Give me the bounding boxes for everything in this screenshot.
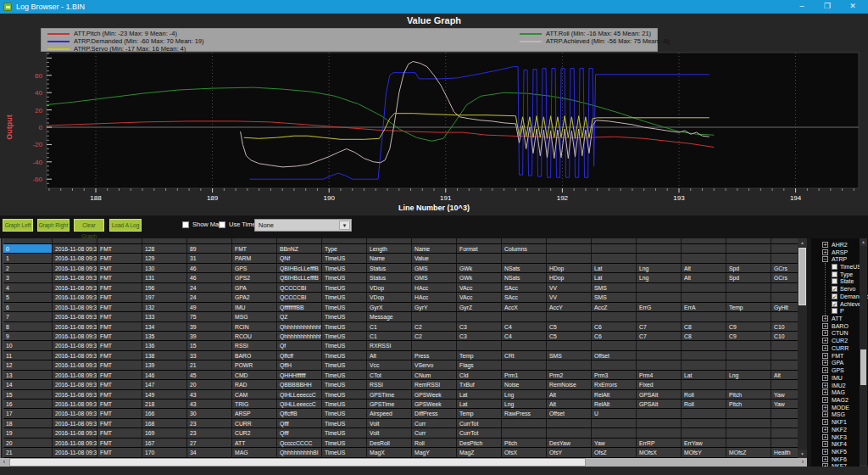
table-cell[interactable]: TimeUS xyxy=(322,360,367,370)
table-cell[interactable]: Type xyxy=(322,244,367,254)
table-cell[interactable]: U xyxy=(592,409,637,418)
table-cell[interactable]: TimeUS xyxy=(322,332,367,341)
table-cell[interactable]: ErrYaw xyxy=(682,439,726,448)
minimize-button[interactable]: – xyxy=(790,0,814,14)
scroll-right-icon[interactable]: › xyxy=(798,458,807,467)
table-cell[interactable]: Alt xyxy=(367,351,412,360)
table-cell[interactable]: FMT xyxy=(97,264,142,273)
table-cell[interactable]: FMT xyxy=(97,283,142,293)
table-cell[interactable]: 34 xyxy=(187,448,232,457)
table-cell[interactable] xyxy=(277,238,322,244)
table-cell[interactable]: FMT xyxy=(97,332,142,341)
table-cell[interactable] xyxy=(547,254,592,263)
table-cell[interactable] xyxy=(637,341,682,350)
table-cell[interactable]: 75 xyxy=(187,312,232,321)
table-cell[interactable]: 21 xyxy=(3,448,53,457)
table-cell[interactable]: POWR xyxy=(232,360,277,370)
table-cell[interactable]: TimeUS xyxy=(322,448,367,457)
table-cell[interactable]: Curr xyxy=(412,419,457,428)
table-cell[interactable]: RawPress xyxy=(502,409,547,418)
table-cell[interactable]: 17 xyxy=(3,409,53,418)
table-cell[interactable]: C8 xyxy=(682,332,726,341)
table-cell[interactable]: 2016-11-08 09:3... xyxy=(53,264,97,273)
table-cell[interactable] xyxy=(771,351,798,360)
table-cell[interactable]: 168 xyxy=(142,419,187,428)
table-cell[interactable]: Prm1 xyxy=(502,371,547,380)
table-cell[interactable] xyxy=(682,360,726,370)
table-cell[interactable]: CTot xyxy=(367,371,412,380)
chevron-down-icon[interactable]: ▼ xyxy=(339,221,350,230)
table-cell[interactable]: CId xyxy=(457,371,502,380)
table-cell[interactable]: 39 xyxy=(187,332,232,341)
table-cell[interactable]: TimeUS xyxy=(322,283,367,293)
table-cell[interactable] xyxy=(3,238,53,244)
table-cell[interactable]: Message xyxy=(367,312,412,321)
table-cell[interactable]: C4 xyxy=(502,332,547,341)
table-cell[interactable]: Qffcff xyxy=(277,351,322,360)
table-cell[interactable]: AccY xyxy=(547,303,592,312)
table-cell[interactable]: Roll xyxy=(682,400,726,409)
table-cell[interactable]: RCIN xyxy=(232,322,277,332)
expand-icon[interactable]: + xyxy=(822,242,828,248)
expand-icon[interactable]: + xyxy=(822,383,828,388)
table-cell[interactable]: QCCCCBI xyxy=(277,293,322,302)
table-cell[interactable] xyxy=(726,283,771,293)
table-cell[interactable] xyxy=(771,380,798,389)
table-cell[interactable]: DesRoll xyxy=(367,439,412,448)
table-cell[interactable]: SMS xyxy=(592,283,637,293)
table-cell[interactable]: 136 xyxy=(142,341,187,350)
table-cell[interactable]: Lng xyxy=(502,400,547,409)
table-cell[interactable] xyxy=(771,283,798,293)
table-cell[interactable]: 139 xyxy=(142,360,187,370)
table-cell[interactable] xyxy=(726,341,771,350)
table-cell[interactable]: 149 xyxy=(142,390,187,400)
table-cell[interactable]: 2016-11-08 09:3... xyxy=(53,332,97,341)
table-cell[interactable]: 24 xyxy=(187,283,232,293)
table-cell[interactable]: Vcc xyxy=(367,360,412,370)
table-cell[interactable]: RXRSSI xyxy=(367,341,412,350)
table-cell[interactable]: Format xyxy=(457,244,502,254)
table-vscroll-thumb[interactable] xyxy=(798,248,806,305)
table-cell[interactable]: C4 xyxy=(502,322,547,332)
table-cell[interactable]: TimeUS xyxy=(322,400,367,409)
table-cell[interactable]: GyrX xyxy=(367,303,412,312)
table-cell[interactable]: DiffPress xyxy=(412,409,457,418)
clear-graph-button[interactable]: Clear Graph xyxy=(74,219,104,232)
table-cell[interactable]: RSSI xyxy=(232,341,277,350)
table-cell[interactable]: FMT xyxy=(97,439,142,448)
table-cell[interactable]: FMT xyxy=(97,293,142,302)
table-cell[interactable]: 169 xyxy=(142,428,187,438)
table-cell[interactable]: 132 xyxy=(142,303,187,312)
table-cell[interactable] xyxy=(682,409,726,418)
table-cell[interactable]: 14 xyxy=(3,380,53,389)
table-cell[interactable]: TimeUS xyxy=(322,371,367,380)
table-cell[interactable]: Lng xyxy=(637,264,682,273)
table-cell[interactable]: Temp xyxy=(457,351,502,360)
table-cell[interactable]: RCOU xyxy=(232,332,277,341)
table-cell[interactable]: Airspeed xyxy=(367,409,412,418)
table-cell[interactable]: GPSWeek xyxy=(412,400,457,409)
table-cell[interactable]: C2 xyxy=(412,332,457,341)
table-cell[interactable]: AccZ xyxy=(592,303,637,312)
table-cell[interactable]: 12 xyxy=(3,360,53,370)
table-cell[interactable]: 15 xyxy=(187,341,232,350)
table-cell[interactable] xyxy=(97,238,142,244)
table-cell[interactable]: QIHLLeeeccC xyxy=(277,390,322,400)
table-cell[interactable]: Alt xyxy=(682,264,726,273)
scroll-down-icon[interactable]: ▼ xyxy=(798,450,807,458)
table-cell[interactable] xyxy=(502,254,547,263)
table-cell[interactable]: 2016-11-08 09:3... xyxy=(53,244,97,254)
table-cell[interactable] xyxy=(726,360,771,370)
table-cell[interactable]: Lat xyxy=(457,400,502,409)
table-cell[interactable]: Curr xyxy=(412,428,457,438)
table-cell[interactable] xyxy=(726,312,771,321)
table-cell[interactable]: Alt xyxy=(682,273,726,282)
table-cell[interactable]: Qfff xyxy=(277,419,322,428)
table-cell[interactable]: Offset xyxy=(547,409,592,418)
table-cell[interactable]: 2016-11-08 09:3... xyxy=(53,419,97,428)
table-cell[interactable]: IMU xyxy=(232,303,277,312)
table-cell[interactable]: 2016-11-08 09:3... xyxy=(53,351,97,360)
load-a-log-button[interactable]: Load A Log xyxy=(109,219,142,232)
table-cell[interactable] xyxy=(502,312,547,321)
table-cell[interactable] xyxy=(547,419,592,428)
